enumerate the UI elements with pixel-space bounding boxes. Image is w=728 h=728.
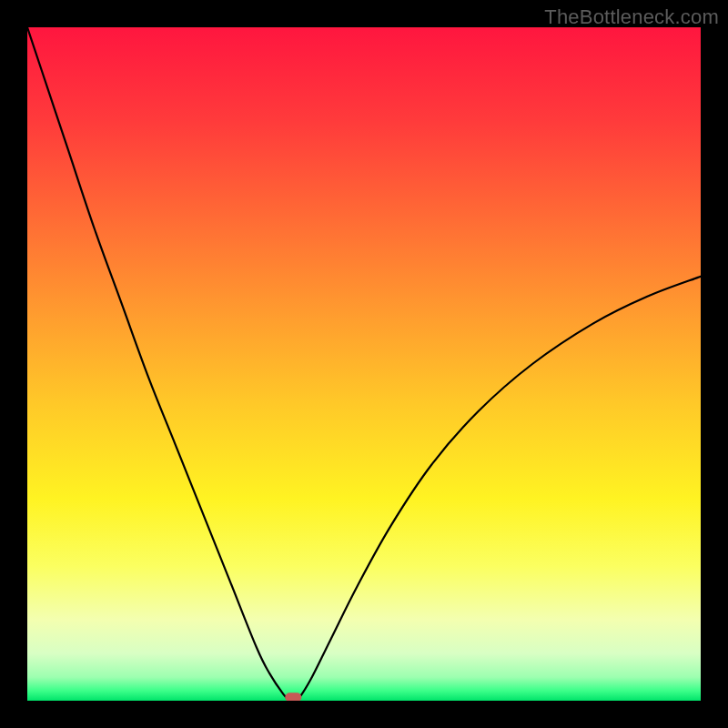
minimum-marker	[285, 693, 301, 701]
chart-frame: TheBottleneck.com	[0, 0, 728, 728]
watermark-text: TheBottleneck.com	[544, 5, 719, 29]
bottleneck-chart	[27, 27, 701, 701]
plot-area	[27, 27, 701, 701]
gradient-background	[27, 27, 701, 701]
